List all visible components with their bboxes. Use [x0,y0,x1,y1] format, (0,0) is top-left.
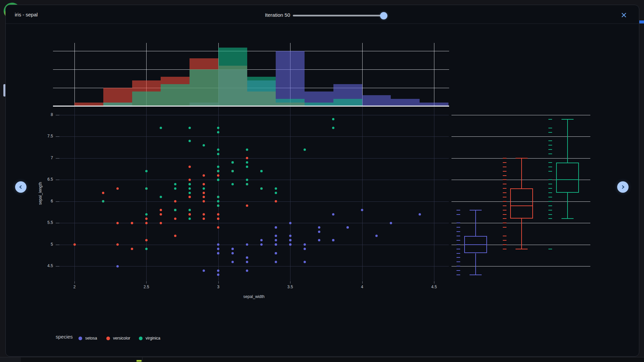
legend-item-setosa[interactable]: setosa [78,336,97,341]
close-icon [621,12,627,18]
legend-dot-setosa [78,337,82,340]
iteration-slider-track[interactable] [293,15,384,16]
modal-title: iris - sepal [15,12,38,17]
iteration-slider-thumb[interactable] [380,12,387,19]
close-button[interactable] [619,10,629,20]
page-legend-glint [137,360,142,362]
page-bottom-left-block [0,357,21,362]
chevron-left-icon [18,185,23,189]
legend-label: versicolor [113,336,130,341]
legend-item-virginica[interactable]: virginica [139,336,160,341]
next-button[interactable] [617,181,629,193]
modal-title-bar: iris - sepal Iteration 50 [6,5,639,24]
page-bottom-panel [0,357,644,362]
iteration-label: Iteration 50 [235,12,290,18]
legend-label: setosa [85,336,97,341]
page-scrollbar-fragment [639,20,644,23]
chevron-right-icon [621,185,625,189]
page-bottom-border [0,357,644,357]
legend-item-versicolor[interactable]: versicolor [106,336,130,341]
prev-button[interactable] [15,181,26,193]
legend-label: virginica [146,336,160,341]
legend-title: species [56,334,73,340]
legend-dot-virginica [139,337,143,340]
chart-modal: iris - sepal Iteration 50 species setosa… [5,5,639,357]
page-panel-divider [142,357,143,362]
legend-dot-versicolor [106,337,110,340]
